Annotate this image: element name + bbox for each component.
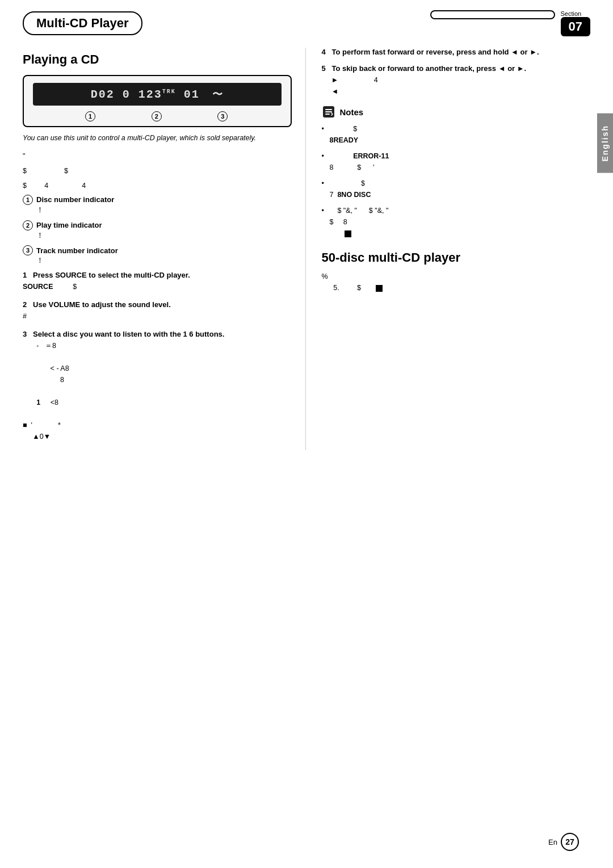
step-1-body: SOURCE $ bbox=[23, 281, 292, 292]
disc-body: ！ bbox=[36, 205, 292, 216]
step-1-title: 1 Press SOURCE to select the multi-CD pl… bbox=[23, 271, 292, 279]
notes-box: Notes $ 8READY ERROR-11 8 $ ' $ bbox=[322, 105, 591, 239]
step-3-line-1: - ＝8 bbox=[23, 340, 292, 351]
error11-label: ERROR-11 bbox=[353, 152, 389, 160]
display-indicators: 1 2 3 bbox=[58, 111, 257, 121]
step-4-num: 4 bbox=[322, 48, 330, 56]
indicator-playtime-title: 2 Play time indicator bbox=[23, 220, 292, 230]
track-num-circle: 3 bbox=[23, 245, 33, 255]
page: Multi-CD Player Section 07 English Playi… bbox=[0, 0, 613, 868]
step-5-line-2: ◄ bbox=[322, 86, 591, 97]
step-1-num: 1 bbox=[23, 271, 31, 279]
step-3-line-3: 8 bbox=[23, 374, 292, 385]
note-1-bold: 8READY bbox=[330, 136, 359, 144]
step-4-title: 4 To perform fast forward or reverse, pr… bbox=[322, 48, 591, 56]
indicator-1: 1 bbox=[85, 111, 96, 121]
notes-icon bbox=[322, 105, 335, 119]
body-quote: " bbox=[23, 150, 292, 162]
step-5: 5 To skip back or forward to another tra… bbox=[322, 64, 591, 97]
body-line-1: $ $ bbox=[23, 165, 292, 177]
playtime-num-circle: 2 bbox=[23, 220, 33, 230]
step-4-text: To perform fast forward or reverse, pres… bbox=[332, 48, 539, 56]
indicator-playtime: 2 Play time indicator ！ bbox=[23, 220, 292, 241]
step-1: 1 Press SOURCE to select the multi-CD pl… bbox=[23, 271, 292, 292]
header-title: Multi-CD Player bbox=[23, 11, 142, 35]
disc-section-heading: 50-disc multi-CD player bbox=[322, 250, 591, 265]
body-line-2: $ 4 4 bbox=[23, 180, 292, 191]
disc-line-2: 5. $ bbox=[322, 282, 591, 293]
indicator-disc: 1 Disc number indicator ！ bbox=[23, 195, 292, 216]
disc-line-1: % bbox=[322, 271, 591, 282]
disc-title-text: Disc number indicator bbox=[36, 195, 114, 204]
indicator-3: 3 bbox=[217, 111, 229, 121]
notes-header: Notes bbox=[322, 105, 591, 119]
section-number: 07 bbox=[561, 17, 590, 36]
step-4: 4 To perform fast forward or reverse, pr… bbox=[322, 48, 591, 56]
indicator-2: 2 bbox=[152, 111, 163, 121]
disc-stop-icon bbox=[376, 285, 383, 292]
step-3-num: 3 bbox=[23, 330, 31, 338]
step-5-line-1: ► 4 bbox=[322, 74, 591, 86]
step-2-body: # bbox=[23, 311, 292, 322]
step-3: 3 Select a disc you want to listen to wi… bbox=[23, 330, 292, 442]
left-heading: Playing a CD bbox=[23, 52, 292, 67]
display-text: D02 0 123TRK 01 bbox=[91, 88, 200, 101]
note-2: ERROR-11 8 $ ' bbox=[322, 150, 591, 173]
step-5-num: 5 bbox=[322, 64, 330, 73]
source-label: SOURCE bbox=[23, 283, 53, 291]
note-1: $ 8READY bbox=[322, 123, 591, 146]
display-illustration: D02 0 123TRK 01 〜 1 2 3 bbox=[23, 75, 292, 127]
step-2-text: Use VOLUME to adjust the sound level. bbox=[33, 300, 171, 309]
step-3-body: - ＝8 < - A8 8 1 <8 ■ ' * ▲0▼ bbox=[23, 340, 292, 442]
indicator-track-title: 3 Track number indicator bbox=[23, 245, 292, 255]
step-2-num: 2 bbox=[23, 300, 31, 309]
step-3-text: Select a disc you want to listen to with… bbox=[33, 330, 224, 338]
note-3: $ 7 8NO DISC bbox=[322, 178, 591, 200]
indicator-track: 3 Track number indicator ！ bbox=[23, 245, 292, 266]
disc-num-circle: 1 bbox=[23, 195, 33, 205]
step-3-line-4: 1 <8 bbox=[23, 397, 292, 408]
notes-title: Notes bbox=[340, 107, 364, 117]
step-5-body: ► 4 ◄ bbox=[322, 74, 591, 97]
step-5-title: 5 To skip back or forward to another tra… bbox=[322, 64, 591, 73]
step-2: 2 Use VOLUME to adjust the sound level. … bbox=[23, 300, 292, 322]
left-column: Playing a CD D02 0 123TRK 01 〜 1 2 3 You… bbox=[23, 48, 306, 450]
english-tab: English bbox=[597, 114, 613, 173]
right-column: 4 To perform fast forward or reverse, pr… bbox=[306, 48, 591, 450]
stop-icon bbox=[345, 230, 351, 237]
playtime-body: ！ bbox=[36, 230, 292, 241]
main-content: Playing a CD D02 0 123TRK 01 〜 1 2 3 You… bbox=[0, 48, 613, 450]
nodisc-label: 8NO DISC bbox=[337, 191, 371, 199]
footer: En 27 bbox=[548, 833, 579, 851]
track-body: ！ bbox=[36, 255, 292, 266]
playtime-title-text: Play time indicator bbox=[36, 221, 102, 229]
section-label: Section bbox=[561, 10, 582, 17]
header-right: Section 07 bbox=[430, 10, 590, 36]
step-3-line-2: < - A8 bbox=[23, 363, 292, 374]
step-3-title: 3 Select a disc you want to listen to wi… bbox=[23, 330, 292, 338]
footer-en-label: En bbox=[548, 838, 557, 846]
indicator-disc-title: 1 Disc number indicator bbox=[23, 195, 292, 205]
step-3-line-6: ▲0▼ bbox=[23, 431, 292, 442]
step-1-text: Press SOURCE to select the multi-CD play… bbox=[33, 271, 190, 279]
section-input-box bbox=[430, 10, 555, 19]
track-title-text: Track number indicator bbox=[36, 246, 118, 255]
disc-section-body: % 5. $ bbox=[322, 271, 591, 293]
note-4: $ "&, " $ "&, " $ 8 bbox=[322, 205, 591, 239]
display-screen: D02 0 123TRK 01 〜 bbox=[33, 83, 282, 106]
step-3-line-5: ■ ' * bbox=[23, 420, 292, 431]
display-wave-icon: 〜 bbox=[212, 89, 224, 100]
footer-page-number: 27 bbox=[561, 833, 579, 851]
step-5-text: To skip back or forward to another track… bbox=[332, 64, 527, 73]
italic-note: You can use this unit to control a multi… bbox=[23, 133, 292, 144]
step-2-title: 2 Use VOLUME to adjust the sound level. bbox=[23, 300, 292, 309]
header: Multi-CD Player Section 07 bbox=[0, 0, 613, 42]
